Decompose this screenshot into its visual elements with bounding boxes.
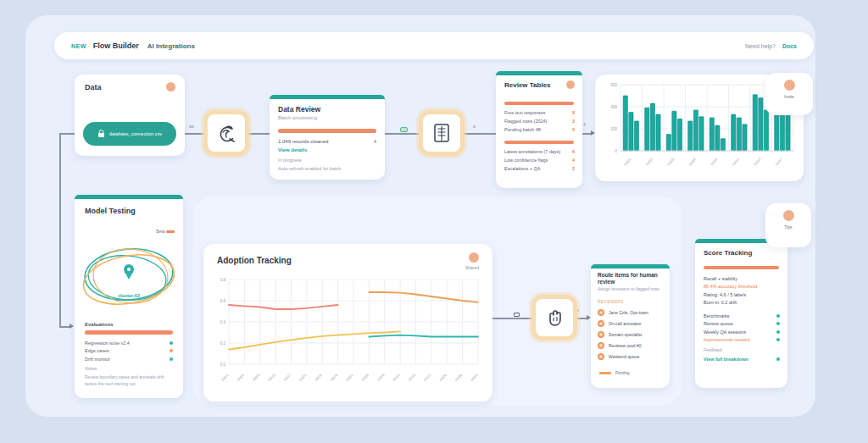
evaluation-rows: Regression suite v2.4Edge casesDrift mon… <box>85 339 173 363</box>
connector-b-icon2 <box>385 133 419 135</box>
score-row: 86.4% accuracy threshold <box>704 283 780 291</box>
row-label: Weekly QA sessions <box>704 329 746 335</box>
connector-a-icon1 <box>185 133 203 135</box>
svg-text:400: 400 <box>610 105 617 109</box>
tips-chip[interactable]: Tips <box>765 203 811 247</box>
row-label: Low confidence flags <box>504 158 548 163</box>
score-row: Weekly QA sessions <box>704 328 780 336</box>
human-review-node[interactable] <box>531 295 577 341</box>
beta-legend-label: Beta <box>156 229 164 234</box>
hand-icon <box>543 307 565 329</box>
reviewer-icon <box>598 320 604 327</box>
row-value: 5 <box>572 127 575 132</box>
beta-legend-dash <box>166 230 175 233</box>
section-divider-bar <box>504 141 574 144</box>
row-label: Free text responses <box>504 110 546 115</box>
evaluation-row: Drift monitor <box>85 355 173 363</box>
row-value: 3 <box>572 119 575 124</box>
score-row: Burn-in: 0.2 drift <box>704 299 780 307</box>
svg-text:04/26: 04/26 <box>438 373 448 382</box>
review-line-1: In progress <box>278 158 302 163</box>
svg-text:03/13: 03/13 <box>267 373 276 382</box>
svg-text:04/02: 04/02 <box>345 373 354 382</box>
list-item[interactable]: On-call annotator <box>598 318 665 329</box>
list-item[interactable]: Jane Cole, Ops team <box>598 307 665 318</box>
list-item[interactable]: Reviewer pool #2 <box>598 340 665 351</box>
connector-into-testing <box>59 326 70 328</box>
stat-label: 1,049 records cleaned <box>278 139 328 144</box>
status-dot <box>469 252 479 263</box>
reviewer-icon <box>598 353 604 360</box>
reviewer-name: On-call annotator <box>609 321 641 326</box>
status-mini-dot <box>170 357 173 361</box>
connector-icon2-c <box>465 133 496 135</box>
row-value: 4 <box>572 158 575 163</box>
line-chart: 03/0103/0503/0903/1303/1703/2103/2503/29… <box>209 273 488 398</box>
brain-icon <box>215 122 237 144</box>
table-row: Escalations + QA2 <box>504 164 575 173</box>
list-item[interactable]: Domain specialist <box>598 329 665 340</box>
reviewers-label: REVIEWERS <box>598 300 624 304</box>
mail-chip-icon <box>514 313 520 317</box>
status-mini-dot <box>776 314 780 318</box>
pending-legend-dash <box>599 372 611 374</box>
svg-text:04/17: 04/17 <box>775 157 784 166</box>
invite-chip[interactable]: Invite <box>765 73 813 115</box>
transform-chip-icon <box>400 127 408 132</box>
svg-text:04/03: 04/03 <box>645 157 654 166</box>
adoption-title: Adoption Tracking <box>217 256 292 265</box>
evaluation-row: Regression suite v2.4 <box>85 339 173 347</box>
svg-text:04/30: 04/30 <box>454 373 464 382</box>
beta-legend: Beta <box>156 229 175 234</box>
connector-label-2: a <box>473 124 476 129</box>
row-value: 8 <box>572 110 575 115</box>
section-divider-bar <box>85 330 173 335</box>
feedback-label: Feedback <box>704 347 722 352</box>
reviewer-icon <box>598 331 604 338</box>
section-divider-bar <box>504 102 574 105</box>
score-rows-a: Recall + stability86.4% accuracy thresho… <box>704 274 780 307</box>
table-row: Low confidence flags4 <box>504 156 575 164</box>
reviewer-name: Weekend queue <box>609 354 639 359</box>
svg-text:0.4: 0.4 <box>220 320 226 324</box>
ai-step-node[interactable] <box>203 110 249 156</box>
table-row: Latest annotations (7 days)6 <box>504 147 575 156</box>
svg-text:04/10: 04/10 <box>709 157 719 166</box>
row-label: Recall + stability <box>704 276 737 281</box>
pending-legend: Pending <box>599 371 630 375</box>
notes-text: Review boundary cases and annotate drift… <box>85 374 173 387</box>
svg-text:04/10: 04/10 <box>376 373 386 382</box>
pending-legend-label: Pending <box>615 371 630 375</box>
invite-label: Invite <box>784 94 794 99</box>
evaluation-row: Edge cases <box>85 347 173 356</box>
review-checklist-card: Route items for human review Assign revi… <box>591 264 670 388</box>
svg-text:600: 600 <box>610 83 617 87</box>
reviewer-icon <box>598 309 604 316</box>
report-step-node[interactable] <box>419 110 465 156</box>
status-dot <box>566 80 575 89</box>
adoption-corner-label: Shared <box>465 265 479 270</box>
row-label: Burn-in: 0.2 drift <box>704 300 737 305</box>
progress-bar <box>278 129 376 133</box>
data-source-button-label: database_connection.csv <box>109 131 162 136</box>
app-subtitle: AI Integrations <box>147 42 195 50</box>
table-row: Free text responses8 <box>504 108 575 117</box>
checklist-subtitle: Assign reviewers to flagged rows <box>598 286 663 292</box>
svg-text:0.0: 0.0 <box>220 363 226 367</box>
docs-link[interactable]: Docs <box>782 43 797 49</box>
view-details-link[interactable]: View details <box>278 147 307 152</box>
help-text: Need help? <box>745 43 776 49</box>
row-label: Drift monitor <box>85 357 110 362</box>
data-source-card: Data database_connection.csv <box>75 75 185 156</box>
data-source-button[interactable]: database_connection.csv <box>83 122 176 146</box>
reviewer-name: Reviewer pool #2 <box>609 343 642 348</box>
full-breakdown-link[interactable]: View full breakdown <box>704 357 748 362</box>
svg-text:0: 0 <box>615 149 617 153</box>
svg-text:04/18: 04/18 <box>408 373 417 382</box>
row-label: Improvements needed <box>704 337 750 342</box>
score-rows-b: BenchmarksReview queueWeekly QA sessions… <box>704 312 780 344</box>
row-label: Regression suite v2.4 <box>85 341 130 346</box>
connector-label-1: aa <box>189 124 194 129</box>
footer-dot <box>776 357 780 361</box>
list-item[interactable]: Weekend queue <box>598 351 665 362</box>
